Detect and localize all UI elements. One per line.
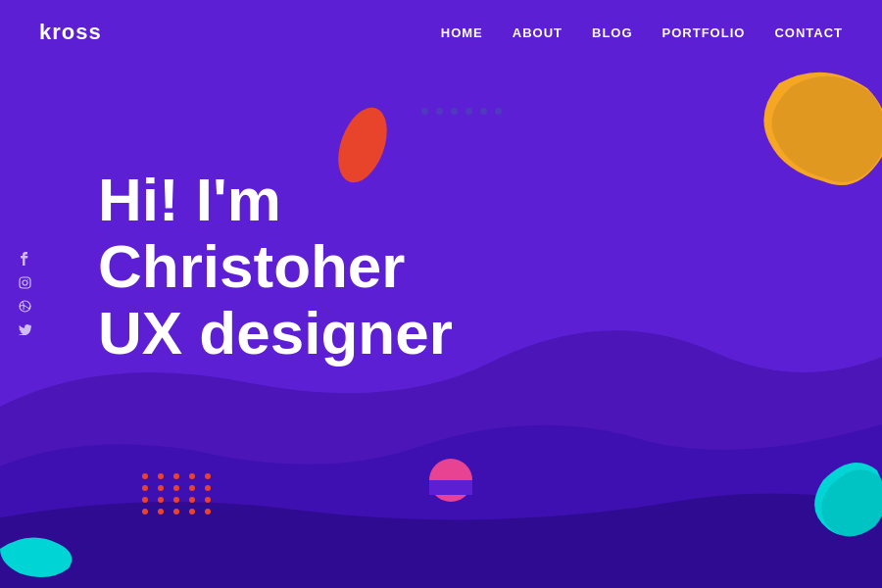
nav-about[interactable]: ABOUT bbox=[513, 25, 563, 40]
svg-point-6 bbox=[27, 279, 28, 280]
header: kross HOME ABOUT BLOG PORTFOLIO CONTACT bbox=[0, 0, 882, 65]
logo[interactable]: kross bbox=[39, 20, 102, 45]
dribbble-icon[interactable] bbox=[18, 299, 31, 313]
nav-contact[interactable]: CONTACT bbox=[774, 25, 843, 40]
instagram-icon[interactable] bbox=[18, 275, 31, 289]
nav-portfolio[interactable]: PORTFOLIO bbox=[662, 25, 746, 40]
decorative-dots bbox=[421, 108, 502, 115]
hero-section: Hi! I'm Christoher UX designer bbox=[98, 167, 453, 368]
social-bar bbox=[18, 252, 31, 336]
hero-line1: Hi! I'm bbox=[98, 166, 281, 233]
hero-heading: Hi! I'm Christoher UX designer bbox=[98, 167, 453, 368]
svg-rect-3 bbox=[429, 480, 472, 495]
svg-point-5 bbox=[23, 280, 27, 285]
facebook-icon[interactable] bbox=[18, 252, 31, 266]
hero-line2: Christoher bbox=[98, 232, 405, 300]
nav: HOME ABOUT BLOG PORTFOLIO CONTACT bbox=[441, 25, 843, 40]
hero-line3: UX designer bbox=[98, 299, 453, 367]
nav-blog[interactable]: BLOG bbox=[592, 25, 633, 40]
grid-dots bbox=[142, 473, 215, 514]
twitter-icon[interactable] bbox=[18, 322, 31, 336]
svg-point-2 bbox=[429, 459, 472, 502]
nav-home[interactable]: HOME bbox=[441, 25, 483, 40]
svg-point-0 bbox=[760, 73, 882, 183]
svg-rect-4 bbox=[20, 277, 30, 288]
